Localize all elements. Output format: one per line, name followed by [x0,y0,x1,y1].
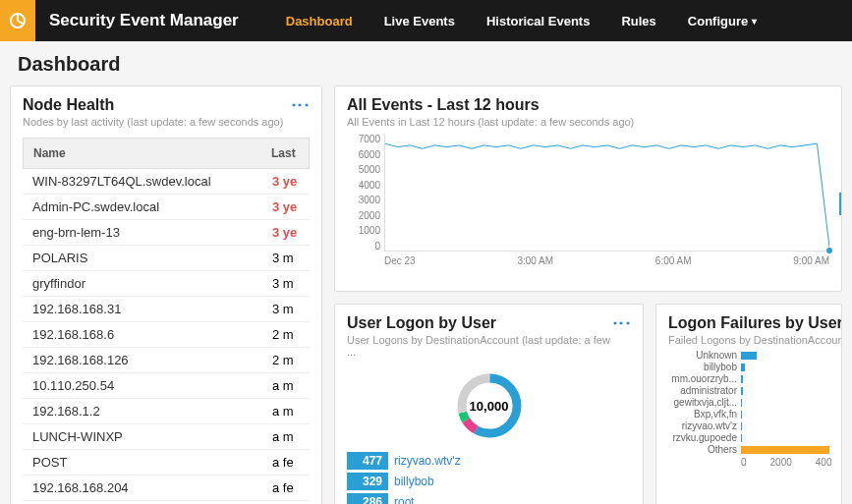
failure-row[interactable]: Unknown [668,350,829,361]
node-last-activity: 3 ye [272,174,300,189]
logon-count: 329 [347,473,388,490]
widget-all-events: All Events - Last 12 hours All Events in… [334,85,842,292]
node-name: 10.110.250.54 [32,378,272,393]
nav-rules[interactable]: Rules [605,0,671,41]
logon-bar-row[interactable]: 286root [347,493,631,504]
node-name: eng-brn-lem-13 [32,225,272,240]
failure-row[interactable]: Bxp,vfk,fn [668,409,829,420]
logon-failures-subtitle: Failed Logons by DestinationAccount (las… [668,334,829,346]
table-row[interactable]: POLARIS3 m [23,246,310,271]
failure-row[interactable]: rizyvao.wtv'z [668,420,829,431]
failure-user: rizyvao.wtv'z [668,420,741,431]
node-name: 192.168.168.6 [32,327,272,342]
failure-row[interactable]: rzvku.gupoede [668,432,829,443]
all-events-title: All Events - Last 12 hours [347,96,829,114]
nav-dashboard[interactable]: Dashboard [270,0,369,41]
failure-bar-wrap [741,364,829,371]
chart-plot [384,134,829,252]
node-last-activity: 3 ye [272,199,300,214]
nav-historical-events[interactable]: Historical Events [471,0,606,41]
donut-chart[interactable]: 10,000 [347,364,631,448]
logo-icon [8,11,28,30]
logon-user: root [394,495,415,504]
failure-bar-wrap [741,387,829,395]
failures-chart[interactable]: Unknownbillybobmm.ouorzryb...administrat… [668,350,829,455]
failure-user: Bxp,vfk,fn [668,409,741,420]
logon-bar-row[interactable]: 329billybob [347,473,631,490]
logon-count: 477 [347,452,388,470]
node-name: LUNCH-WINXP [32,429,272,444]
table-row[interactable]: eng-brn-lem-133 ye [23,220,310,246]
node-name: gryffindor [32,276,272,291]
table-row[interactable]: 192.168.168.313 m [23,297,310,322]
kebab-menu-icon[interactable]: ⋮ [613,314,631,333]
failure-bar [741,375,743,383]
failure-row[interactable]: Others [668,444,829,455]
failure-user: administrator [668,385,741,396]
failure-bar [741,352,757,360]
node-health-table: Name Last WIN-83297LT64QL.swdev.local3 y… [23,138,310,504]
node-name: 192.168.168.126 [32,353,272,367]
failure-row[interactable]: billybob [668,362,829,372]
node-last-activity: 3 m [272,251,300,265]
table-row[interactable]: POSTa fe [23,450,310,476]
y-axis: 70006000500040003000200010000 [347,134,380,252]
failure-bar-wrap [741,352,829,360]
node-name: POLARIS [32,251,272,265]
nav-live-events[interactable]: Live Events [369,0,471,41]
node-last-activity: a m [272,429,300,444]
failure-bar-wrap [741,446,829,454]
logon-bar-row[interactable]: 477rizyvao.wtv'z [347,452,631,470]
col-last[interactable]: Last [271,146,299,160]
failure-user: Unknown [668,350,741,361]
node-name: POST [32,455,272,470]
failure-bar [741,399,742,407]
table-row[interactable]: WIN-83297LT64QL.swdev.local3 ye [23,169,310,195]
logon-count: 286 [347,493,388,504]
failure-user: rzvku.gupoede [668,432,741,443]
node-last-activity: a m [272,378,300,393]
failure-user: gewitxvja,cljt... [668,397,741,408]
table-row[interactable]: 192.168.1.2a m [23,399,310,424]
table-row[interactable]: 192.168.168.62 m [23,322,310,348]
node-health-subtitle: Nodes by last activity (last update: a f… [23,116,283,128]
table-row[interactable]: LUNCH-WINXPa m [23,424,310,450]
line-chart-svg [385,134,829,251]
failures-x-axis: 02000400 [741,457,829,468]
failure-bar-wrap [741,411,829,419]
node-last-activity: a m [272,404,300,419]
main-nav: DashboardLive EventsHistorical EventsRul… [270,0,772,41]
col-name[interactable]: Name [33,146,271,160]
failure-bar [741,364,745,371]
all-events-chart[interactable]: 70006000500040003000200010000 Dec 233:00… [347,134,829,281]
node-last-activity: 3 m [272,302,300,316]
failure-bar [741,422,742,430]
table-row[interactable]: 192.168.168.1262 m [23,348,310,373]
table-row[interactable]: gryffindor3 m [23,271,310,297]
node-name: Admin-PC.swdev.local [32,199,272,214]
widget-user-logon: User Logon by User User Logons by Destin… [334,304,644,504]
node-last-activity: 2 m [272,327,300,342]
node-name: 192.168.168.204 [32,480,272,495]
failure-row[interactable]: gewitxvja,cljt... [668,397,829,408]
failure-row[interactable]: mm.ouorzryb... [668,373,829,384]
chevron-down-icon: ▾ [752,16,757,27]
app-title: Security Event Manager [49,11,239,30]
node-last-activity: a fe [272,455,300,470]
failure-row[interactable]: administrator [668,385,829,396]
node-last-activity: 3 m [272,276,300,291]
failure-bar-wrap [741,375,829,383]
nav-configure[interactable]: Configure▾ [672,0,772,41]
logon-bar-list: 477rizyvao.wtv'z329billybob286root [347,452,631,504]
failure-bar [741,446,829,454]
kebab-menu-icon[interactable]: ⋮ [292,96,310,115]
logon-user: billybob [394,475,434,488]
table-row[interactable]: 192.168.168.204a fe [23,476,310,501]
failure-bar [741,434,742,442]
table-row[interactable]: 10.110.250.54a m [23,373,310,399]
node-name: 192.168.1.2 [32,404,272,419]
widget-logon-failures: Logon Failures by User Failed Logons by … [655,304,842,504]
table-row[interactable]: Admin-PC.swdev.local3 ye [23,195,310,220]
all-events-subtitle: All Events in Last 12 hours (last update… [347,116,829,128]
failure-bar-wrap [741,422,829,430]
